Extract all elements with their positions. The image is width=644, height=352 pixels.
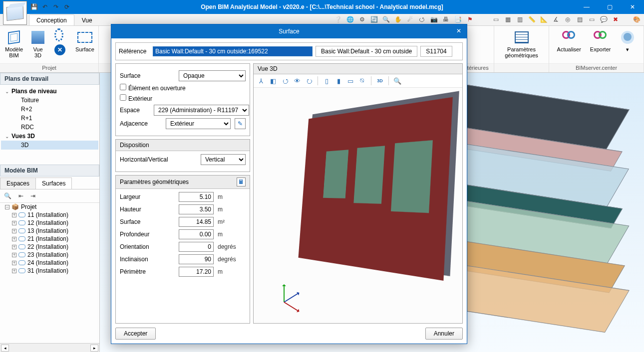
param-input[interactable] <box>179 267 214 277</box>
bim-item[interactable]: +13 (Installation) <box>0 227 99 235</box>
ribbon-vue3d-button[interactable]: Vue 3D <box>27 28 49 60</box>
bim-item[interactable]: +31 (Installation) <box>0 267 99 275</box>
globe-icon[interactable]: 🌐 <box>345 15 354 24</box>
bim-item[interactable]: +22 (Installation) <box>0 243 99 251</box>
cancel-button[interactable]: Annuler <box>425 328 463 340</box>
bim-item[interactable]: +21 (Installation) <box>0 235 99 243</box>
ribbon-surface-button[interactable]: Surface <box>74 28 96 54</box>
collapse-icon[interactable]: ⇤ <box>18 192 23 199</box>
window-close-button[interactable]: ✕ <box>621 0 644 14</box>
scroll-right-icon[interactable]: ▸ <box>90 345 98 352</box>
orbit-icon[interactable]: ⭯ <box>281 76 290 85</box>
axis-icon[interactable]: ⅄ <box>257 76 266 85</box>
search-icon[interactable]: 🔍 <box>4 192 11 199</box>
bim-hscrollbar[interactable]: ◂ ▸ <box>0 343 99 352</box>
page-icon[interactable]: ▭ <box>587 15 596 24</box>
ribbon-delete-icon[interactable]: ✕ <box>51 43 69 57</box>
hv-select[interactable]: Vertical <box>201 154 246 165</box>
param-input[interactable] <box>179 192 214 202</box>
param-input[interactable] <box>179 254 214 264</box>
tree-level-0[interactable]: Toiture <box>1 96 98 105</box>
window-icon[interactable]: ▭ <box>491 15 500 24</box>
section-icon[interactable]: ▤ <box>575 15 584 24</box>
measure-icon[interactable]: 📏 <box>527 15 536 24</box>
layers-icon[interactable]: 📑 <box>453 15 462 24</box>
bim-item[interactable]: +12 (Installation) <box>0 219 99 227</box>
top-icon[interactable]: ▭ <box>346 76 355 85</box>
target-icon[interactable]: ◎ <box>563 15 572 24</box>
expand-icon[interactable]: ⇥ <box>30 192 35 199</box>
param-unit: m <box>218 193 238 200</box>
ribbon-config-icon[interactable] <box>51 29 69 41</box>
tree-vues3d[interactable]: ⌄Vues 3D <box>1 132 98 141</box>
tree-vue-0[interactable]: 3D <box>1 141 98 150</box>
tree-level-2[interactable]: R+1 <box>1 114 98 123</box>
camera-icon[interactable]: 📷 <box>429 15 438 24</box>
snap-icon[interactable]: ▥ <box>515 15 524 24</box>
redo-icon[interactable]: ↷ <box>52 3 60 11</box>
adjacence-label: Adjacence <box>120 120 162 127</box>
axes-icon[interactable]: ∡ <box>551 15 560 24</box>
ribbon-exporter-button[interactable]: Exporter <box>587 28 615 54</box>
dialog-close-button[interactable]: ✕ <box>453 25 465 36</box>
zoom-icon[interactable]: 🔍 <box>393 76 402 85</box>
tree-plans-niveau[interactable]: ⌄Plans de niveau <box>1 87 98 96</box>
cube-icon[interactable]: ◧ <box>269 76 278 85</box>
chat-icon[interactable]: 💬 <box>599 15 608 24</box>
pan-icon[interactable]: ☄ <box>405 15 414 24</box>
ruler-icon[interactable]: 📐 <box>539 15 548 24</box>
fit-icon[interactable]: 🔍 <box>381 15 390 24</box>
param-input[interactable] <box>179 229 214 239</box>
flag-icon[interactable]: ⚑ <box>465 15 474 24</box>
espace-select[interactable]: 229 (Administration) - R11197 <box>154 105 249 116</box>
save-icon[interactable]: 💾 <box>30 3 38 11</box>
dialog-3d-canvas[interactable] <box>254 88 462 323</box>
settings-icon[interactable]: ⚙ <box>357 15 366 24</box>
edit-adjacence-icon[interactable]: ✎ <box>235 118 246 129</box>
reference-input[interactable] <box>153 46 313 56</box>
bim-item[interactable]: +24 (Installation) <box>0 259 99 267</box>
orbit2-icon[interactable]: ⭮ <box>305 76 314 85</box>
refresh-icon[interactable]: ⟳ <box>63 3 71 11</box>
tree-level-1[interactable]: R+2 <box>1 105 98 114</box>
tree-level-3[interactable]: RDC <box>1 123 98 132</box>
help-icon[interactable]: ❔ <box>333 15 342 24</box>
bim-root[interactable]: –📦 Projet <box>0 203 99 211</box>
cancel-icon[interactable]: ✖ <box>611 15 620 24</box>
orbit-icon[interactable]: ⭯ <box>417 15 426 24</box>
tab-conception[interactable]: Conception <box>29 14 74 25</box>
mode3d-icon[interactable]: 3D <box>375 76 384 85</box>
hide-icon[interactable]: ⦰ <box>358 76 367 85</box>
reload-icon[interactable]: 🔄 <box>369 15 378 24</box>
bim-item[interactable]: +11 (Installation) <box>0 211 99 219</box>
print-icon[interactable]: 🖶 <box>441 15 450 24</box>
subtab-surfaces[interactable]: Surfaces <box>35 177 72 189</box>
eye-icon[interactable]: 👁 <box>293 76 302 85</box>
ribbon-user-button[interactable]: ▾ <box>616 28 639 54</box>
bim-item[interactable]: +23 (Installation) <box>0 251 99 259</box>
param-input[interactable] <box>179 242 214 252</box>
grid-icon[interactable]: ▦ <box>503 15 512 24</box>
window-minimize-button[interactable]: — <box>575 0 598 14</box>
side-icon[interactable]: ▮ <box>334 76 343 85</box>
dialog-titlebar[interactable]: Surface ✕ <box>111 24 467 38</box>
element-ouverture-checkbox[interactable] <box>120 84 126 90</box>
undo-icon[interactable]: ↶ <box>41 3 49 11</box>
scroll-left-icon[interactable]: ◂ <box>1 345 9 352</box>
subtab-espaces[interactable]: Espaces <box>0 177 36 189</box>
exterieur-checkbox[interactable] <box>120 94 126 101</box>
param-input[interactable] <box>179 204 214 214</box>
ribbon-actualiser-button[interactable]: Actualiser <box>554 28 585 54</box>
hand-icon[interactable]: ✋ <box>393 15 402 24</box>
accept-button[interactable]: Accepter <box>115 328 156 340</box>
front-icon[interactable]: ▯ <box>322 76 331 85</box>
ribbon-param-geo-button[interactable]: Paramètres géométriques <box>501 28 542 60</box>
ribbon-modele-bim-button[interactable]: Modèle BIM <box>3 28 25 60</box>
param-geo-calc-icon[interactable]: 🖩 <box>237 177 246 186</box>
color-icon[interactable]: 🎨 <box>632 15 641 24</box>
window-maximize-button[interactable]: ▢ <box>598 0 621 14</box>
adjacence-select[interactable]: Extérieur <box>166 118 231 129</box>
tab-vue[interactable]: Vue <box>74 14 100 25</box>
surface-type-select[interactable]: Opaque <box>179 70 246 81</box>
param-input[interactable] <box>179 217 214 227</box>
